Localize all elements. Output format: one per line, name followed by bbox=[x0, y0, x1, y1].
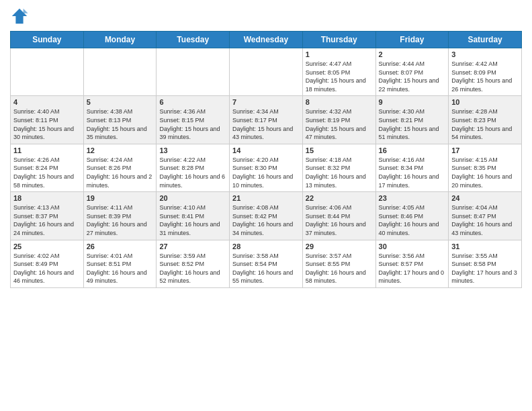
calendar-day-cell: 18Sunrise: 4:13 AMSunset: 8:37 PMDayligh… bbox=[11, 192, 84, 240]
day-number: 8 bbox=[306, 98, 373, 106]
day-info: Sunrise: 4:15 AMSunset: 8:35 PMDaylight:… bbox=[451, 156, 519, 189]
day-number: 20 bbox=[159, 194, 226, 202]
header bbox=[10, 7, 522, 26]
day-info: Sunrise: 4:05 AMSunset: 8:46 PMDaylight:… bbox=[379, 203, 446, 237]
logo-icon bbox=[10, 7, 29, 26]
calendar-week-row: 25Sunrise: 4:02 AMSunset: 8:49 PMDayligh… bbox=[11, 240, 522, 287]
calendar-day-cell: 27Sunrise: 3:59 AMSunset: 8:52 PMDayligh… bbox=[157, 240, 230, 287]
day-number: 28 bbox=[232, 242, 300, 250]
calendar-day-cell: 1Sunrise: 4:47 AMSunset: 8:05 PMDaylight… bbox=[302, 48, 375, 96]
calendar-day-cell: 22Sunrise: 4:06 AMSunset: 8:44 PMDayligh… bbox=[302, 192, 375, 240]
calendar-day-cell: 6Sunrise: 4:36 AMSunset: 8:15 PMDaylight… bbox=[157, 96, 230, 144]
calendar-day-cell: 23Sunrise: 4:05 AMSunset: 8:46 PMDayligh… bbox=[375, 192, 449, 240]
day-info: Sunrise: 4:32 AMSunset: 8:19 PMDaylight:… bbox=[306, 107, 373, 141]
day-info: Sunrise: 3:59 AMSunset: 8:52 PMDaylight:… bbox=[159, 252, 226, 285]
day-info: Sunrise: 4:02 AMSunset: 8:49 PMDaylight:… bbox=[13, 252, 81, 285]
calendar-day-cell bbox=[11, 48, 84, 96]
day-number: 19 bbox=[87, 194, 154, 202]
calendar-day-cell: 25Sunrise: 4:02 AMSunset: 8:49 PMDayligh… bbox=[11, 240, 84, 287]
day-info: Sunrise: 4:47 AMSunset: 8:05 PMDaylight:… bbox=[306, 60, 373, 93]
day-number: 12 bbox=[87, 146, 154, 154]
day-number: 13 bbox=[159, 146, 226, 154]
calendar-week-row: 1Sunrise: 4:47 AMSunset: 8:05 PMDaylight… bbox=[11, 48, 522, 96]
calendar-header-day: Saturday bbox=[449, 32, 522, 48]
calendar-day-cell bbox=[83, 48, 157, 96]
calendar-day-cell bbox=[157, 48, 230, 96]
calendar-day-cell: 26Sunrise: 4:01 AMSunset: 8:51 PMDayligh… bbox=[83, 240, 157, 287]
calendar-day-cell: 7Sunrise: 4:34 AMSunset: 8:17 PMDaylight… bbox=[230, 96, 303, 144]
day-info: Sunrise: 4:16 AMSunset: 8:34 PMDaylight:… bbox=[379, 156, 446, 189]
day-number: 25 bbox=[13, 242, 81, 250]
day-info: Sunrise: 4:08 AMSunset: 8:42 PMDaylight:… bbox=[232, 203, 300, 237]
calendar-day-cell: 31Sunrise: 3:55 AMSunset: 8:58 PMDayligh… bbox=[449, 240, 522, 287]
day-info: Sunrise: 3:57 AMSunset: 8:55 PMDaylight:… bbox=[306, 252, 373, 285]
calendar-day-cell: 9Sunrise: 4:30 AMSunset: 8:21 PMDaylight… bbox=[375, 96, 449, 144]
day-number: 31 bbox=[451, 242, 519, 250]
day-info: Sunrise: 4:04 AMSunset: 8:47 PMDaylight:… bbox=[451, 203, 519, 237]
day-number: 10 bbox=[451, 98, 519, 106]
calendar-day-cell: 15Sunrise: 4:18 AMSunset: 8:32 PMDayligh… bbox=[302, 144, 375, 191]
calendar-week-row: 4Sunrise: 4:40 AMSunset: 8:11 PMDaylight… bbox=[11, 96, 522, 144]
calendar-week-row: 11Sunrise: 4:26 AMSunset: 8:24 PMDayligh… bbox=[11, 144, 522, 191]
calendar-table: SundayMondayTuesdayWednesdayThursdayFrid… bbox=[10, 31, 522, 288]
day-number: 14 bbox=[232, 146, 300, 154]
day-info: Sunrise: 4:42 AMSunset: 8:09 PMDaylight:… bbox=[451, 60, 519, 93]
calendar-day-cell: 14Sunrise: 4:20 AMSunset: 8:30 PMDayligh… bbox=[230, 144, 303, 191]
calendar-day-cell: 10Sunrise: 4:28 AMSunset: 8:23 PMDayligh… bbox=[449, 96, 522, 144]
calendar-day-cell: 17Sunrise: 4:15 AMSunset: 8:35 PMDayligh… bbox=[449, 144, 522, 191]
day-number: 16 bbox=[379, 146, 446, 154]
day-info: Sunrise: 4:30 AMSunset: 8:21 PMDaylight:… bbox=[379, 107, 446, 141]
day-number: 26 bbox=[87, 242, 154, 250]
calendar-day-cell: 29Sunrise: 3:57 AMSunset: 8:55 PMDayligh… bbox=[302, 240, 375, 287]
day-info: Sunrise: 3:58 AMSunset: 8:54 PMDaylight:… bbox=[232, 252, 300, 285]
day-info: Sunrise: 4:13 AMSunset: 8:37 PMDaylight:… bbox=[13, 203, 81, 237]
day-info: Sunrise: 4:38 AMSunset: 8:13 PMDaylight:… bbox=[87, 107, 154, 141]
calendar-header-day: Monday bbox=[83, 32, 157, 48]
page: SundayMondayTuesdayWednesdayThursdayFrid… bbox=[0, 0, 532, 411]
calendar-header-day: Wednesday bbox=[230, 32, 303, 48]
day-info: Sunrise: 4:40 AMSunset: 8:11 PMDaylight:… bbox=[13, 107, 81, 141]
day-info: Sunrise: 4:44 AMSunset: 8:07 PMDaylight:… bbox=[379, 60, 446, 93]
calendar-header-day: Friday bbox=[375, 32, 449, 48]
svg-marker-1 bbox=[24, 9, 28, 13]
calendar-day-cell: 3Sunrise: 4:42 AMSunset: 8:09 PMDaylight… bbox=[449, 48, 522, 96]
calendar-day-cell: 24Sunrise: 4:04 AMSunset: 8:47 PMDayligh… bbox=[449, 192, 522, 240]
calendar-header-row: SundayMondayTuesdayWednesdayThursdayFrid… bbox=[11, 32, 522, 48]
day-info: Sunrise: 4:22 AMSunset: 8:28 PMDaylight:… bbox=[159, 156, 226, 189]
day-number: 15 bbox=[306, 146, 373, 154]
calendar-header-day: Thursday bbox=[302, 32, 375, 48]
day-number: 17 bbox=[451, 146, 519, 154]
day-info: Sunrise: 3:56 AMSunset: 8:57 PMDaylight:… bbox=[379, 252, 446, 285]
day-number: 18 bbox=[13, 194, 81, 202]
day-number: 24 bbox=[451, 194, 519, 202]
logo bbox=[10, 7, 32, 26]
day-info: Sunrise: 4:20 AMSunset: 8:30 PMDaylight:… bbox=[232, 156, 300, 189]
calendar-day-cell: 8Sunrise: 4:32 AMSunset: 8:19 PMDaylight… bbox=[302, 96, 375, 144]
day-info: Sunrise: 4:01 AMSunset: 8:51 PMDaylight:… bbox=[87, 252, 154, 285]
day-info: Sunrise: 4:36 AMSunset: 8:15 PMDaylight:… bbox=[159, 107, 226, 141]
day-info: Sunrise: 3:55 AMSunset: 8:58 PMDaylight:… bbox=[451, 252, 519, 285]
day-info: Sunrise: 4:10 AMSunset: 8:41 PMDaylight:… bbox=[159, 203, 226, 237]
day-number: 6 bbox=[159, 98, 226, 106]
calendar-day-cell: 30Sunrise: 3:56 AMSunset: 8:57 PMDayligh… bbox=[375, 240, 449, 287]
day-number: 2 bbox=[379, 50, 446, 58]
calendar-day-cell: 5Sunrise: 4:38 AMSunset: 8:13 PMDaylight… bbox=[83, 96, 157, 144]
day-number: 29 bbox=[306, 242, 373, 250]
calendar-day-cell: 19Sunrise: 4:11 AMSunset: 8:39 PMDayligh… bbox=[83, 192, 157, 240]
calendar-day-cell: 13Sunrise: 4:22 AMSunset: 8:28 PMDayligh… bbox=[157, 144, 230, 191]
day-number: 21 bbox=[232, 194, 300, 202]
calendar-day-cell: 11Sunrise: 4:26 AMSunset: 8:24 PMDayligh… bbox=[11, 144, 84, 191]
calendar-header-day: Sunday bbox=[11, 32, 84, 48]
day-number: 9 bbox=[379, 98, 446, 106]
day-info: Sunrise: 4:26 AMSunset: 8:24 PMDaylight:… bbox=[13, 156, 81, 189]
calendar-day-cell: 28Sunrise: 3:58 AMSunset: 8:54 PMDayligh… bbox=[230, 240, 303, 287]
calendar-day-cell: 2Sunrise: 4:44 AMSunset: 8:07 PMDaylight… bbox=[375, 48, 449, 96]
calendar-day-cell: 12Sunrise: 4:24 AMSunset: 8:26 PMDayligh… bbox=[83, 144, 157, 191]
day-info: Sunrise: 4:18 AMSunset: 8:32 PMDaylight:… bbox=[306, 156, 373, 189]
day-number: 7 bbox=[232, 98, 300, 106]
calendar-week-row: 18Sunrise: 4:13 AMSunset: 8:37 PMDayligh… bbox=[11, 192, 522, 240]
calendar-day-cell bbox=[230, 48, 303, 96]
day-info: Sunrise: 4:34 AMSunset: 8:17 PMDaylight:… bbox=[232, 107, 300, 141]
calendar-day-cell: 21Sunrise: 4:08 AMSunset: 8:42 PMDayligh… bbox=[230, 192, 303, 240]
day-number: 23 bbox=[379, 194, 446, 202]
